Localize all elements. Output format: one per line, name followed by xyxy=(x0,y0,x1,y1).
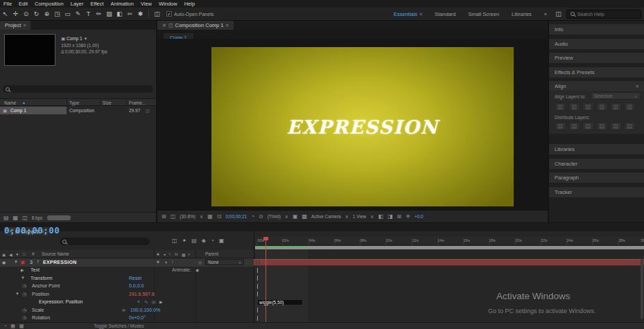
panel-header-preview[interactable]: Preview xyxy=(549,53,644,63)
interpret-footage-icon[interactable]: ▤ xyxy=(3,215,9,221)
zoom-level[interactable]: (30.8%) xyxy=(180,214,195,219)
composition-viewer[interactable]: EXPRESSION xyxy=(157,39,548,210)
distribute-left-button[interactable]: ▤ xyxy=(596,122,608,130)
parent-pickwhip-icon[interactable]: ◎ xyxy=(198,260,202,265)
expand-layer-switches-icon[interactable]: ◔ xyxy=(3,323,6,328)
brush-tool-icon[interactable]: ✏ xyxy=(94,8,104,20)
project-scrollbar[interactable] xyxy=(47,215,71,220)
current-time-indicator[interactable] xyxy=(266,237,266,322)
composition-tab[interactable]: ✕ ◫ Composition Comp 1 ≡ xyxy=(157,21,234,30)
project-item-row[interactable]: ▣ Comp 1 Composition 29.97 ◫ xyxy=(0,107,156,114)
hand-tool-icon[interactable]: ✛ xyxy=(10,8,21,20)
work-area-bar[interactable] xyxy=(255,246,644,249)
workspace-overflow-button[interactable]: » xyxy=(538,11,553,17)
text-layer-expression[interactable]: EXPRESSION xyxy=(286,116,438,138)
parent-dropdown[interactable]: None ∨ xyxy=(205,259,244,265)
eye-icon[interactable]: ◉ xyxy=(2,252,6,257)
layer-in-point[interactable] xyxy=(256,260,256,265)
transparency-grid-icon[interactable]: ⊙ xyxy=(259,213,263,220)
toggle-switches-modes-button[interactable]: Toggle Switches / Modes xyxy=(94,323,143,328)
orbit-camera-tool-icon[interactable]: ↻ xyxy=(31,8,42,20)
pan-camera-tool-icon[interactable]: ⊕ xyxy=(42,8,52,20)
grid-guides-icon[interactable]: ▦ xyxy=(207,213,213,220)
monitor-icon[interactable]: ◫ xyxy=(171,213,176,220)
position-value[interactable]: 291.6,597.8 xyxy=(129,292,155,296)
solo-icon[interactable]: ● xyxy=(16,252,19,256)
panel-header-paragraph[interactable]: Paragraph xyxy=(549,172,644,183)
align-h-center-button[interactable]: ▥ xyxy=(568,103,580,111)
twirl-closed-icon[interactable]: ▶ xyxy=(21,267,24,272)
project-comp-title[interactable]: ▣ Comp 1 ▼ xyxy=(61,35,107,42)
menu-file[interactable]: File xyxy=(0,1,15,7)
panel-header-audio[interactable]: Audio xyxy=(549,39,644,49)
rotation-value[interactable]: 0x+0.0° xyxy=(129,315,146,320)
timeline-scrollbar[interactable] xyxy=(641,258,643,319)
fast-previews-label[interactable]: (Third) xyxy=(268,214,281,219)
type-tool-icon[interactable]: T xyxy=(83,8,94,20)
comp-mini-flowchart-icon[interactable]: ◫ xyxy=(172,238,177,244)
chevron-down-icon[interactable]: ∨ xyxy=(345,214,349,220)
chevron-down-icon[interactable]: ∨ xyxy=(285,214,288,220)
shy-column-icon[interactable]: ♣ xyxy=(157,252,159,256)
quality-column-icon[interactable]: \ xyxy=(169,252,171,256)
composition-canvas[interactable]: EXPRESSION xyxy=(211,47,514,206)
zoom-tool-icon[interactable]: ⊙ xyxy=(21,8,31,20)
close-icon[interactable]: ✕ xyxy=(162,23,166,28)
snapshot-icon[interactable]: ◔ xyxy=(251,213,254,220)
new-comp-icon[interactable]: ◫ xyxy=(22,215,28,221)
column-type[interactable]: Type xyxy=(69,100,79,105)
quality-switch-icon[interactable]: \ xyxy=(172,260,173,264)
menu-view[interactable]: View xyxy=(137,1,155,7)
view-layout-selector[interactable]: 1 View xyxy=(353,214,366,219)
camera-tool-icon[interactable]: ◳ xyxy=(52,8,62,20)
panel-menu-icon[interactable]: ≡ xyxy=(226,23,229,28)
clone-stamp-tool-icon[interactable]: ▨ xyxy=(104,8,114,20)
expression-language-menu-icon[interactable]: ▶ xyxy=(159,299,163,304)
mask-visibility-icon[interactable]: ▩ xyxy=(302,213,308,220)
align-top-button[interactable]: ▥ xyxy=(596,103,608,111)
align-bottom-button[interactable]: ▥ xyxy=(624,103,636,111)
motion-blur-column-icon[interactable]: ◐ xyxy=(188,252,191,256)
motion-blur-icon[interactable]: ◔ xyxy=(211,238,214,244)
column-frame-rate[interactable]: Frame... xyxy=(129,100,146,105)
menu-effect[interactable]: Effect xyxy=(87,1,107,7)
timeline-search-input[interactable] xyxy=(69,239,147,244)
pen-tool-icon[interactable]: ✎ xyxy=(73,8,83,20)
fx-column-icon[interactable]: fx xyxy=(175,252,178,256)
channel-icon-right[interactable]: ◨ xyxy=(388,213,393,220)
lock-icon[interactable]: □ xyxy=(23,252,26,256)
workspace-tab-essentials[interactable]: Essentials ≡ xyxy=(388,11,428,17)
layer-label-color-chip[interactable] xyxy=(21,260,25,265)
magnification-icon[interactable]: ⊞ xyxy=(162,213,166,220)
bit-depth-label[interactable]: 8 bpc xyxy=(32,215,43,220)
distribute-v-center-button[interactable]: ▤ xyxy=(568,122,580,130)
align-right-button[interactable]: ▥ xyxy=(582,103,594,111)
distribute-top-button[interactable]: ▤ xyxy=(555,122,566,130)
channel-icon-left[interactable]: ◧ xyxy=(378,213,383,220)
parent-column[interactable]: Parent xyxy=(205,251,218,256)
menu-window[interactable]: Window xyxy=(155,1,181,7)
project-tab[interactable]: Project ≡ xyxy=(0,21,31,30)
time-ruler[interactable]: :00s 02s 04s 06s 08s 10s 12s 14s 16s 18s… xyxy=(255,237,644,246)
expression-pickwhip-icon[interactable]: ◎ xyxy=(152,299,156,305)
stopwatch-icon[interactable]: ◷ xyxy=(22,292,26,297)
layer-number-column[interactable]: # xyxy=(32,251,35,256)
hide-shy-icon[interactable]: ▤ xyxy=(191,238,197,244)
project-search-input[interactable] xyxy=(12,87,150,91)
expand-in-out-icon[interactable]: ▩ xyxy=(19,323,24,329)
current-timecode[interactable]: 0;00;00;00 xyxy=(4,225,60,235)
new-folder-icon[interactable]: ▦ xyxy=(13,215,19,221)
distribute-h-center-button[interactable]: ▤ xyxy=(610,122,622,130)
expand-transfer-controls-icon[interactable]: ▦ xyxy=(10,323,15,329)
scale-value[interactable]: 100.0,100.0% xyxy=(130,308,160,312)
property-group-transform[interactable]: ▼ Transform Reset xyxy=(0,274,644,283)
distribute-bottom-button[interactable]: ▤ xyxy=(582,122,594,130)
sort-ascending-icon[interactable]: ▲ xyxy=(22,100,26,105)
expression-code-field[interactable]: wiggle(5,50) xyxy=(257,299,303,305)
panel-header-libraries[interactable]: Libraries xyxy=(549,144,644,154)
layer-row-expression[interactable]: ◉ ▼ 3 T EXPRESSION ♣ ✦ \ ◎ None ∨ xyxy=(0,258,644,267)
selection-tool-icon[interactable]: ↖ xyxy=(0,8,10,20)
comp-timecode[interactable]: 0;00;00;21 xyxy=(225,214,247,219)
column-name[interactable]: Name xyxy=(4,100,16,105)
property-anchor-point[interactable]: ◷ Anchor Point 0.0,0.0 xyxy=(0,283,644,291)
